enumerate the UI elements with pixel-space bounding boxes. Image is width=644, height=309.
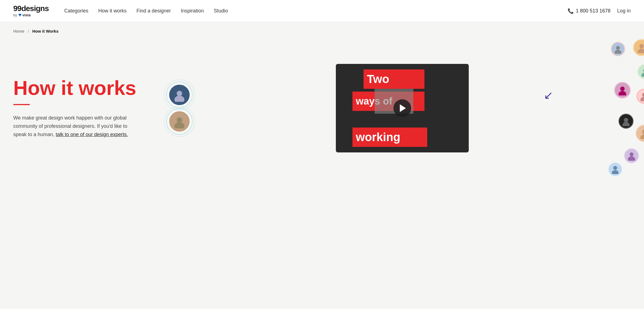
play-button[interactable] — [393, 99, 411, 117]
avatar-ring-2 — [168, 110, 190, 133]
nav-how-it-works[interactable]: How it works — [98, 8, 127, 14]
avatar-2 — [168, 110, 190, 133]
phone-number: 1 800 513 1678 — [576, 8, 610, 14]
hero-section: How it works We make great design work h… — [0, 33, 644, 188]
scattered-avatar-6 — [619, 114, 633, 129]
svg-point-6 — [639, 44, 644, 48]
scattered-avatar-1 — [611, 42, 625, 56]
nav-studio[interactable]: Studio — [214, 8, 228, 14]
avatar-1 — [168, 84, 190, 106]
scattered-avatar-9 — [608, 162, 622, 176]
scattered-avatar-7 — [636, 125, 644, 142]
svg-point-10 — [620, 87, 625, 91]
hero-content: How it works We make great design work h… — [13, 78, 174, 139]
svg-point-7 — [638, 49, 644, 53]
svg-point-20 — [613, 166, 617, 170]
nav-categories[interactable]: Categories — [64, 8, 88, 14]
logo-sub: by vista — [13, 13, 49, 17]
svg-point-12 — [642, 93, 644, 97]
logo-link[interactable]: 99designs by vista — [13, 5, 49, 17]
svg-point-4 — [616, 46, 620, 50]
hero-title: How it works — [13, 78, 174, 99]
video-container[interactable]: Two ways of working — [336, 64, 469, 152]
svg-point-16 — [642, 130, 644, 134]
svg-point-2 — [177, 117, 182, 123]
play-icon — [400, 104, 406, 112]
phone-area: 📞 1 800 513 1678 — [568, 8, 610, 14]
vista-logo: vista — [18, 13, 31, 17]
scattered-avatar-8 — [624, 148, 639, 163]
svg-point-13 — [640, 97, 644, 101]
svg-point-1 — [174, 96, 184, 102]
video-block-two: Two — [364, 69, 424, 89]
svg-point-14 — [624, 118, 628, 122]
svg-point-11 — [619, 91, 626, 95]
scattered-avatars — [592, 39, 644, 177]
svg-point-15 — [622, 122, 630, 126]
nav-right: 📞 1 800 513 1678 Log in — [568, 8, 631, 14]
svg-point-17 — [640, 134, 644, 139]
vista-triangle-icon — [18, 14, 22, 17]
phone-icon: 📞 — [568, 8, 574, 14]
login-link[interactable]: Log in — [617, 8, 631, 14]
design-experts-link[interactable]: talk to one of our design experts. — [56, 132, 128, 137]
nav-inspiration[interactable]: Inspiration — [181, 8, 204, 14]
scattered-avatar-5 — [637, 89, 644, 104]
svg-point-0 — [177, 91, 182, 96]
breadcrumb-separator: / — [28, 29, 29, 33]
svg-point-18 — [630, 152, 633, 156]
arrow-decoration: ↙ — [544, 89, 553, 102]
hero-description: We make great design work happen with ou… — [13, 114, 141, 139]
svg-point-3 — [174, 122, 184, 128]
breadcrumb-current: How it Works — [32, 29, 59, 33]
breadcrumb-home[interactable]: Home — [13, 29, 24, 33]
svg-point-21 — [612, 170, 619, 174]
video-block-working: working — [352, 128, 427, 147]
nav-links: Categories How it works Find a designer … — [64, 8, 568, 14]
scattered-avatar-2 — [633, 39, 644, 56]
navbar: 99designs by vista Categories How it wor… — [0, 0, 644, 22]
svg-point-9 — [642, 72, 644, 77]
hero-visual: Two ways of working ↙ — [174, 50, 631, 166]
nav-find-designer[interactable]: Find a designer — [136, 8, 171, 14]
svg-point-19 — [628, 156, 635, 161]
breadcrumb: Home / How it Works — [0, 22, 644, 33]
avatar-group-left — [168, 84, 190, 133]
hero-divider — [13, 104, 30, 105]
logo-text: 99designs — [13, 5, 49, 12]
avatar-ring-1 — [168, 84, 190, 106]
scattered-avatar-4 — [614, 82, 631, 98]
scattered-avatar-3 — [637, 64, 644, 79]
svg-point-5 — [615, 50, 621, 54]
